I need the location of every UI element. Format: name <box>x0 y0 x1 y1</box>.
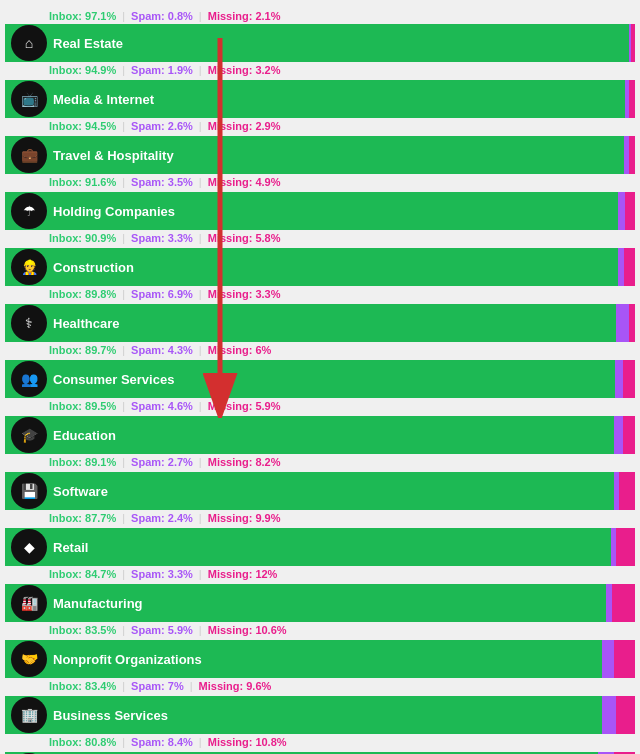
category-group: ◆Retail Inbox: 84.7%| Spam: 3.3%| Missin… <box>5 528 635 582</box>
missing-stat: Missing: 9.6% <box>199 680 272 692</box>
missing-bar <box>623 360 635 398</box>
missing-bar <box>625 192 635 230</box>
category-group: ⚕Healthcare Inbox: 89.7%| Spam: 4.3%| Mi… <box>5 304 635 358</box>
bar-row: 🎓Education <box>5 416 635 454</box>
category-icon: 📺 <box>11 81 47 117</box>
category-icon: 🏭 <box>11 585 47 621</box>
stats-row: Inbox: 89.8%| Spam: 6.9%| Missing: 3.3% <box>5 286 635 302</box>
missing-bar <box>624 248 635 286</box>
bar-row: 💼Travel & Hospitality <box>5 136 635 174</box>
spam-bar <box>602 640 614 678</box>
category-label: Construction <box>53 260 618 275</box>
category-icon: 💾 <box>11 473 47 509</box>
spam-stat: Spam: 7% <box>131 680 184 692</box>
spam-stat: Spam: 2.4% <box>131 512 193 524</box>
category-icon: 💼 <box>11 137 47 173</box>
inbox-stat: Inbox: 83.4% <box>49 680 116 692</box>
stats-row: Inbox: 89.7%| Spam: 4.3%| Missing: 6% <box>5 342 635 358</box>
category-group: 🤝Nonprofit Organizations Inbox: 83.4%| S… <box>5 640 635 694</box>
bar-row: 👥Consumer Services <box>5 360 635 398</box>
category-label: Business Services <box>53 708 602 723</box>
category-label: Education <box>53 428 614 443</box>
missing-bar <box>623 416 635 454</box>
stats-row: Inbox: 94.5%| Spam: 2.6%| Missing: 2.9% <box>5 118 635 134</box>
stats-row: Inbox: 94.9%| Spam: 1.9%| Missing: 3.2% <box>5 62 635 78</box>
inbox-stat: Inbox: 89.1% <box>49 456 116 468</box>
inbox-stat: Inbox: 89.5% <box>49 400 116 412</box>
missing-stat: Missing: 10.6% <box>208 624 287 636</box>
spam-stat: Spam: 4.6% <box>131 400 193 412</box>
bar-row: ◆Retail <box>5 528 635 566</box>
category-icon: 🏢 <box>11 697 47 733</box>
missing-bar <box>616 528 635 566</box>
stats-row: Inbox: 87.7%| Spam: 2.4%| Missing: 9.9% <box>5 510 635 526</box>
spam-stat: Spam: 8.4% <box>131 736 193 748</box>
spam-stat: Spam: 4.3% <box>131 344 193 356</box>
missing-stat: Missing: 3.2% <box>208 64 281 76</box>
spam-stat: Spam: 3.3% <box>131 568 193 580</box>
missing-stat: Missing: 2.1% <box>208 10 281 22</box>
category-label: Manufacturing <box>53 596 606 611</box>
stats-row: Inbox: 80.8%| Spam: 8.4%| Missing: 10.8% <box>5 734 635 750</box>
spam-stat: Spam: 3.5% <box>131 176 193 188</box>
inbox-stat: Inbox: 84.7% <box>49 568 116 580</box>
inbox-stat: Inbox: 90.9% <box>49 232 116 244</box>
bar-row: 🤝Nonprofit Organizations <box>5 640 635 678</box>
bar-row: 🏢Business Services <box>5 696 635 734</box>
spam-bar <box>614 416 623 454</box>
category-label: Retail <box>53 540 611 555</box>
spam-stat: Spam: 3.3% <box>131 232 193 244</box>
missing-stat: Missing: 5.9% <box>208 400 281 412</box>
spam-stat: Spam: 0.8% <box>131 10 193 22</box>
inbox-stat: Inbox: 94.9% <box>49 64 116 76</box>
category-icon: 👷 <box>11 249 47 285</box>
bar-row: 💾Software <box>5 472 635 510</box>
bar-row: 👷Construction <box>5 248 635 286</box>
category-label: Travel & Hospitality <box>53 148 624 163</box>
inbox-stat: Inbox: 83.5% <box>49 624 116 636</box>
inbox-stat: Inbox: 87.7% <box>49 512 116 524</box>
spam-bar <box>615 360 623 398</box>
category-icon: 👥 <box>11 361 47 397</box>
bar-row: ☂Holding Companies <box>5 192 635 230</box>
missing-bar <box>629 136 635 174</box>
category-group: ⌂Real Estate Inbox: 94.9%| Spam: 1.9%| M… <box>5 24 635 78</box>
missing-bar <box>629 80 635 118</box>
stats-row: Inbox: 89.5%| Spam: 4.6%| Missing: 5.9% <box>5 398 635 414</box>
main-container: Inbox: 97.1%| Spam: 0.8%| Missing: 2.1% … <box>5 8 635 754</box>
stats-row: Inbox: 83.5%| Spam: 5.9%| Missing: 10.6% <box>5 622 635 638</box>
stats-row: Inbox: 91.6%| Spam: 3.5%| Missing: 4.9% <box>5 174 635 190</box>
category-icon: ☂ <box>11 193 47 229</box>
category-group: ☂Holding Companies Inbox: 90.9%| Spam: 3… <box>5 192 635 246</box>
missing-stat: Missing: 8.2% <box>208 456 281 468</box>
missing-stat: Missing: 10.8% <box>208 736 287 748</box>
missing-stat: Missing: 2.9% <box>208 120 281 132</box>
missing-bar <box>612 584 635 622</box>
missing-bar <box>629 304 635 342</box>
category-label: Nonprofit Organizations <box>53 652 602 667</box>
stats-row: Inbox: 90.9%| Spam: 3.3%| Missing: 5.8% <box>5 230 635 246</box>
spam-stat: Spam: 2.7% <box>131 456 193 468</box>
inbox-stat: Inbox: 89.8% <box>49 288 116 300</box>
spam-stat: Spam: 2.6% <box>131 120 193 132</box>
inbox-stat: Inbox: 89.7% <box>49 344 116 356</box>
category-label: Holding Companies <box>53 204 618 219</box>
missing-bar <box>614 640 635 678</box>
missing-stat: Missing: 3.3% <box>208 288 281 300</box>
missing-stat: Missing: 9.9% <box>208 512 281 524</box>
bar-row: ⚕Healthcare <box>5 304 635 342</box>
spam-bar <box>602 696 616 734</box>
missing-stat: Missing: 12% <box>208 568 278 580</box>
category-icon: 🎓 <box>11 417 47 453</box>
inbox-stat: Inbox: 97.1% <box>49 10 116 22</box>
missing-stat: Missing: 5.8% <box>208 232 281 244</box>
category-label: Media & Internet <box>53 92 625 107</box>
category-group: 👷Construction Inbox: 89.8%| Spam: 6.9%| … <box>5 248 635 302</box>
bar-row: ⌂Real Estate <box>5 24 635 62</box>
bar-row: 🏭Manufacturing <box>5 584 635 622</box>
stats-row: Inbox: 89.1%| Spam: 2.7%| Missing: 8.2% <box>5 454 635 470</box>
stats-row: Inbox: 84.7%| Spam: 3.3%| Missing: 12% <box>5 566 635 582</box>
category-group: 📺Media & Internet Inbox: 94.5%| Spam: 2.… <box>5 80 635 134</box>
missing-bar <box>619 472 635 510</box>
category-group: 🏢Business Services Inbox: 80.8%| Spam: 8… <box>5 696 635 750</box>
